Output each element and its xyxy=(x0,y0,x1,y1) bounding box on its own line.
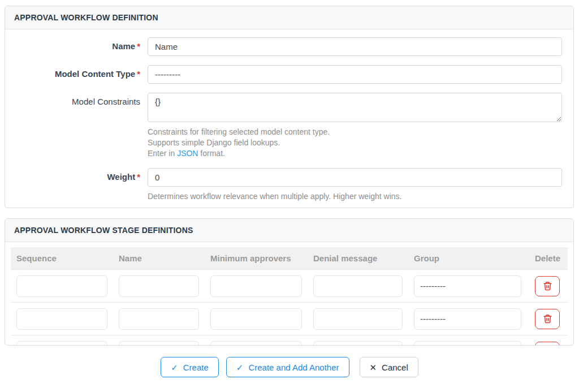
delete-stage-button[interactable] xyxy=(535,342,560,346)
stage-row: --------- xyxy=(11,335,568,346)
minimum-approvers-input[interactable] xyxy=(210,275,302,297)
column-header-denial-message: Denial message xyxy=(308,253,408,263)
model-constraints-field-row: Model Constraints {} Constraints for fil… xyxy=(16,93,562,159)
definition-panel-title: APPROVAL WORKFLOW DEFINITION xyxy=(5,6,573,29)
create-and-add-another-button[interactable]: ✓ Create and Add Another xyxy=(226,357,349,377)
trash-icon xyxy=(543,281,552,291)
approval-workflow-stage-definitions-panel: APPROVAL WORKFLOW STAGE DEFINITIONS Sequ… xyxy=(5,218,574,346)
delete-stage-button[interactable] xyxy=(535,276,560,296)
weight-field-row: Weight* Determines workflow relevance wh… xyxy=(16,168,562,202)
weight-label: Weight* xyxy=(16,168,148,182)
stage-name-input[interactable] xyxy=(119,341,199,346)
form-actions: ✓ Create ✓ Create and Add Another ✕ Canc… xyxy=(0,357,579,377)
weight-help: Determines workflow relevance when multi… xyxy=(148,191,562,202)
stage-row: --------- xyxy=(11,270,568,303)
check-icon: ✓ xyxy=(236,363,244,372)
model-constraints-label: Model Constraints xyxy=(16,93,148,106)
stages-table: Sequence Name Minimum approvers Denial m… xyxy=(11,247,568,346)
stages-panel-title: APPROVAL WORKFLOW STAGE DEFINITIONS xyxy=(5,219,573,242)
column-header-delete: Delete xyxy=(527,253,568,263)
stage-row: --------- xyxy=(11,303,568,335)
name-field-row: Name* xyxy=(16,37,562,56)
required-asterisk: * xyxy=(137,172,140,182)
minimum-approvers-input[interactable] xyxy=(210,341,302,346)
denial-message-input[interactable] xyxy=(313,275,403,297)
stage-name-input[interactable] xyxy=(119,275,199,297)
sequence-input[interactable] xyxy=(16,308,107,330)
stages-table-header: Sequence Name Minimum approvers Denial m… xyxy=(11,247,568,270)
required-asterisk: * xyxy=(137,41,140,51)
denial-message-input[interactable] xyxy=(313,308,403,330)
sequence-input[interactable] xyxy=(16,341,107,346)
model-constraints-help: Constraints for filtering selected model… xyxy=(148,127,562,159)
column-header-group: Group xyxy=(408,253,527,263)
delete-stage-button[interactable] xyxy=(535,309,560,329)
column-header-sequence: Sequence xyxy=(11,253,113,263)
stage-name-input[interactable] xyxy=(119,308,199,330)
weight-input[interactable] xyxy=(148,168,562,187)
create-button[interactable]: ✓ Create xyxy=(161,357,219,377)
close-icon: ✕ xyxy=(370,363,377,372)
required-asterisk: * xyxy=(137,69,140,79)
approval-workflow-definition-panel: APPROVAL WORKFLOW DEFINITION Name* Model… xyxy=(5,6,574,208)
group-select[interactable]: --------- xyxy=(414,308,521,330)
trash-icon xyxy=(543,314,552,324)
column-header-minimum-approvers: Minimum approvers xyxy=(205,253,308,263)
sequence-input[interactable] xyxy=(16,275,107,297)
model-content-type-field-row: Model Content Type* --------- xyxy=(16,65,562,84)
denial-message-input[interactable] xyxy=(313,341,403,346)
check-icon: ✓ xyxy=(171,363,178,372)
column-header-name: Name xyxy=(113,253,205,263)
definition-panel-body: Name* Model Content Type* --------- Mode… xyxy=(5,29,573,208)
model-content-type-select[interactable]: --------- xyxy=(148,65,562,84)
model-constraints-textarea[interactable]: {} xyxy=(148,93,562,122)
model-content-type-label: Model Content Type* xyxy=(16,65,148,79)
json-link[interactable]: JSON xyxy=(177,149,198,158)
minimum-approvers-input[interactable] xyxy=(210,308,302,330)
name-label: Name* xyxy=(16,37,148,51)
cancel-button[interactable]: ✕ Cancel xyxy=(360,357,418,377)
group-select[interactable]: --------- xyxy=(414,341,521,346)
group-select[interactable]: --------- xyxy=(414,275,521,297)
name-input[interactable] xyxy=(148,37,562,56)
